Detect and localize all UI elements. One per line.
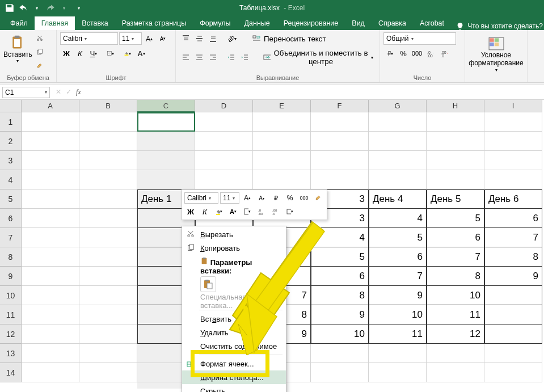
- cell[interactable]: [22, 228, 79, 247]
- tab-formulas[interactable]: Формулы: [193, 16, 237, 30]
- mini-size-combo[interactable]: 11▾: [220, 192, 239, 204]
- mini-font-color[interactable]: A▾: [227, 205, 239, 218]
- cell[interactable]: [79, 247, 137, 267]
- cell[interactable]: [484, 324, 542, 344]
- cell[interactable]: [137, 151, 195, 170]
- increase-indent-button[interactable]: [238, 51, 251, 64]
- cell[interactable]: 4: [369, 209, 427, 228]
- tab-insert[interactable]: Вставка: [75, 16, 115, 30]
- font-color-button[interactable]: A▾: [135, 47, 147, 60]
- cell[interactable]: [484, 344, 542, 363]
- cell[interactable]: [484, 170, 542, 189]
- formula-input[interactable]: [87, 87, 544, 98]
- accounting-button[interactable]: ₽▾: [383, 47, 396, 60]
- decrease-decimal-button[interactable]: ,00,0: [438, 47, 450, 60]
- cell[interactable]: [22, 189, 79, 209]
- cell[interactable]: [22, 344, 79, 363]
- row-header[interactable]: 14: [0, 363, 22, 382]
- cell[interactable]: [311, 344, 369, 363]
- tab-acrobat[interactable]: Acrobat: [413, 16, 451, 30]
- cell[interactable]: 6: [427, 228, 484, 247]
- cell[interactable]: 7: [427, 247, 484, 267]
- tab-help[interactable]: Справка: [372, 16, 413, 30]
- cell[interactable]: 10: [311, 324, 369, 344]
- tab-page-layout[interactable]: Разметка страницы: [115, 16, 193, 30]
- qat-customize-icon[interactable]: ▾: [74, 3, 84, 13]
- row-header[interactable]: 2: [0, 132, 22, 151]
- row-header[interactable]: 9: [0, 267, 22, 286]
- row-header[interactable]: 11: [0, 305, 22, 324]
- redo-icon[interactable]: [45, 3, 56, 13]
- mini-borders[interactable]: ▾: [241, 205, 254, 218]
- cell[interactable]: [369, 170, 427, 189]
- redo-dropdown-icon[interactable]: ▾: [59, 3, 69, 13]
- confirm-entry-icon[interactable]: ✓: [66, 88, 71, 96]
- cell[interactable]: [79, 324, 137, 344]
- cell[interactable]: 11: [369, 324, 427, 344]
- column-header[interactable]: I: [484, 100, 542, 112]
- row-header[interactable]: 1: [0, 112, 22, 132]
- fx-icon[interactable]: fx: [76, 88, 81, 96]
- cell[interactable]: [22, 247, 79, 267]
- ctx-insert[interactable]: Вставить: [182, 312, 286, 326]
- column-header[interactable]: D: [195, 100, 253, 112]
- mini-comma[interactable]: 000: [298, 192, 310, 204]
- cell[interactable]: [484, 112, 542, 132]
- mini-format-painter[interactable]: [312, 192, 324, 204]
- cell[interactable]: [484, 363, 542, 382]
- decrease-font-button[interactable]: A▾: [157, 32, 169, 45]
- cell[interactable]: [22, 324, 79, 344]
- cell[interactable]: [484, 305, 542, 324]
- cell[interactable]: 9: [484, 267, 542, 286]
- cell[interactable]: [22, 209, 79, 228]
- cell[interactable]: 5: [427, 209, 484, 228]
- mini-bold[interactable]: Ж: [184, 205, 197, 218]
- tab-view[interactable]: Вид: [345, 16, 372, 30]
- ctx-column-width[interactable]: Ширина столбца...: [182, 370, 286, 384]
- cell[interactable]: [22, 363, 79, 382]
- cell[interactable]: 6: [484, 209, 542, 228]
- italic-button[interactable]: К: [74, 47, 86, 60]
- cell[interactable]: [22, 151, 79, 170]
- worksheet-grid[interactable]: ABCDEFGHI 1234567891011121314 День 13Ден…: [0, 100, 544, 389]
- cell[interactable]: [22, 286, 79, 305]
- fill-color-button[interactable]: ▾: [121, 47, 134, 60]
- row-header[interactable]: 4: [0, 170, 22, 189]
- cell[interactable]: [311, 151, 369, 170]
- cell[interactable]: [79, 132, 137, 151]
- cell[interactable]: 9: [369, 286, 427, 305]
- cell[interactable]: [195, 112, 253, 132]
- undo-dropdown-icon[interactable]: ▾: [32, 3, 42, 13]
- wrap-text-button[interactable]: Переносить текст: [250, 33, 329, 45]
- cell[interactable]: [484, 286, 542, 305]
- cell[interactable]: 4: [311, 228, 369, 247]
- cell[interactable]: [137, 132, 195, 151]
- cell[interactable]: [79, 228, 137, 247]
- cell[interactable]: 9: [311, 305, 369, 324]
- borders-button[interactable]: ▾: [104, 47, 117, 60]
- column-header[interactable]: C: [137, 100, 195, 112]
- cell[interactable]: [195, 151, 253, 170]
- cell[interactable]: [22, 267, 79, 286]
- cell[interactable]: [79, 209, 137, 228]
- mini-decrease-font[interactable]: A▾: [255, 192, 268, 204]
- cell[interactable]: [484, 132, 542, 151]
- cell[interactable]: [22, 305, 79, 324]
- cell[interactable]: [369, 151, 427, 170]
- ctx-paste-default[interactable]: [200, 276, 216, 292]
- save-icon[interactable]: [5, 3, 15, 13]
- format-painter-button[interactable]: [33, 60, 46, 72]
- cell[interactable]: 10: [369, 305, 427, 324]
- tab-data[interactable]: Данные: [238, 16, 277, 30]
- cell[interactable]: 7: [369, 267, 427, 286]
- cell[interactable]: [22, 112, 79, 132]
- cell[interactable]: [253, 132, 311, 151]
- cell[interactable]: День 5: [427, 189, 484, 209]
- align-left-button[interactable]: [179, 51, 192, 64]
- underline-button[interactable]: Ч▾: [87, 47, 100, 60]
- cell[interactable]: 11: [427, 305, 484, 324]
- font-name-combo[interactable]: Calibri▾: [60, 32, 118, 45]
- row-header[interactable]: 13: [0, 344, 22, 363]
- cell[interactable]: [311, 170, 369, 189]
- cell[interactable]: [427, 344, 484, 363]
